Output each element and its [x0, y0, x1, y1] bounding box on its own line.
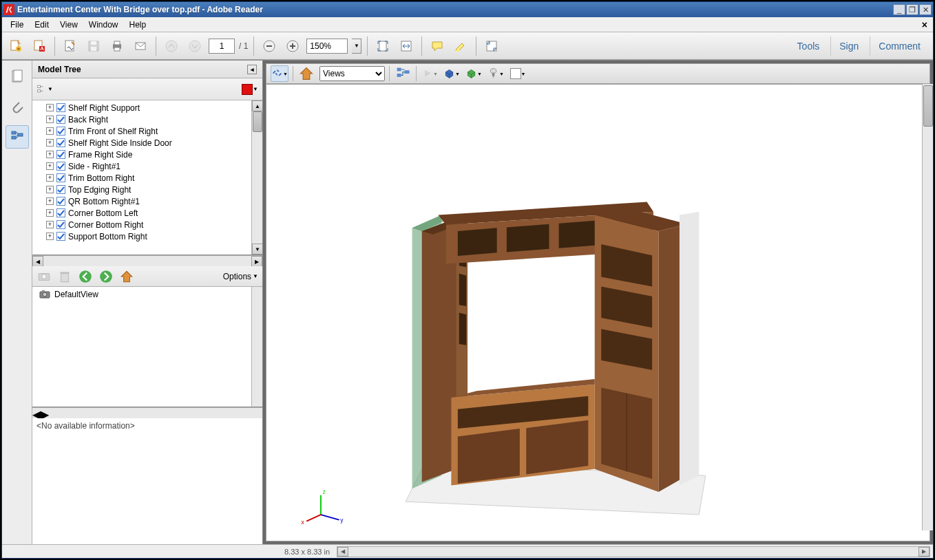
zoom-dropdown-icon[interactable]: ▼ — [352, 39, 361, 54]
views-vscrollbar[interactable] — [251, 287, 262, 407]
view-item-default[interactable]: DefaultView — [32, 287, 262, 302]
tree-display-icon[interactable]: ▼ — [36, 82, 53, 97]
panel-collapse-icon[interactable]: ◂ — [247, 65, 257, 74]
tree-item[interactable]: +Support Bottom Right — [32, 230, 262, 242]
sign-doc-icon[interactable] — [61, 36, 80, 56]
email-icon[interactable] — [131, 36, 150, 56]
menu-window[interactable]: Window — [83, 19, 124, 31]
expand-icon[interactable]: + — [46, 151, 54, 158]
expand-icon[interactable]: + — [46, 186, 54, 193]
part-tree-icon[interactable] — [394, 65, 412, 82]
expand-icon[interactable]: + — [46, 116, 54, 123]
checkbox-icon[interactable] — [56, 232, 65, 241]
page-number-input[interactable] — [209, 39, 235, 54]
tree-item[interactable]: +Trim Front of Shelf Right — [32, 125, 262, 137]
page-down-icon[interactable] — [185, 36, 204, 56]
zoom-out-icon[interactable] — [260, 36, 279, 56]
menu-edit[interactable]: Edit — [29, 19, 54, 31]
highlight-icon[interactable] — [451, 36, 470, 56]
checkbox-icon[interactable] — [56, 197, 65, 206]
fit-width-icon[interactable] — [397, 36, 416, 56]
3d-canvas[interactable]: x z y — [266, 84, 930, 541]
restore-button[interactable]: ❐ — [906, 4, 918, 15]
create-pdf-icon[interactable] — [30, 36, 49, 56]
highlight-color-swatch[interactable]: ▼ — [242, 82, 258, 97]
expand-icon[interactable]: + — [46, 104, 54, 111]
expand-icon[interactable]: + — [46, 221, 54, 228]
expand-icon[interactable]: + — [46, 139, 54, 147]
expand-icon[interactable]: + — [46, 162, 54, 170]
fit-page-icon[interactable] — [373, 36, 392, 56]
checkbox-icon[interactable] — [56, 115, 65, 124]
rotate-tool-icon[interactable]: ▼ — [271, 65, 288, 82]
checkbox-icon[interactable] — [56, 127, 65, 136]
checkbox-icon[interactable] — [56, 150, 65, 159]
minimize-button[interactable]: _ — [893, 4, 905, 15]
tools-button[interactable]: Tools — [789, 36, 828, 56]
home-view-icon[interactable] — [297, 65, 315, 82]
tree-item[interactable]: +Shelf Right Support — [32, 102, 262, 114]
view-delete-icon[interactable] — [57, 269, 72, 284]
play-icon[interactable]: ▼ — [421, 65, 439, 82]
scroll-up-icon[interactable]: ▲ — [252, 100, 262, 111]
scroll-left-icon[interactable]: ◀ — [32, 408, 41, 418]
views-list[interactable]: DefaultView — [32, 287, 262, 407]
expand-icon[interactable]: + — [46, 209, 54, 217]
tree-item[interactable]: +Trim Bottom Right — [32, 172, 262, 184]
view-camera-icon[interactable] — [36, 269, 52, 284]
background-color-icon[interactable]: ▼ — [509, 65, 527, 82]
scroll-right-icon[interactable]: ▶ — [41, 408, 49, 418]
expand-icon[interactable]: + — [46, 127, 54, 135]
render-mode-icon[interactable]: ▼ — [465, 65, 483, 82]
checkbox-icon[interactable] — [56, 185, 65, 194]
tree-item[interactable]: +Back Right — [32, 114, 262, 125]
menu-file[interactable]: File — [5, 19, 29, 31]
export-pdf-icon[interactable] — [6, 36, 25, 56]
menu-help[interactable]: Help — [124, 19, 152, 31]
scroll-left-icon[interactable]: ◀ — [337, 547, 348, 557]
sign-button[interactable]: Sign — [830, 36, 867, 56]
checkbox-icon[interactable] — [56, 173, 65, 182]
scroll-right-icon[interactable]: ▶ — [251, 256, 262, 267]
viewer-vscrollbar[interactable] — [922, 84, 933, 530]
view-home-icon[interactable] — [119, 269, 134, 284]
tree-hscrollbar[interactable]: ◀ ▶ — [32, 255, 262, 266]
view-prev-icon[interactable] — [78, 269, 93, 284]
tree-area[interactable]: +Shelf Right Support+Back Right+Trim Fro… — [32, 100, 262, 255]
scroll-thumb[interactable] — [253, 111, 262, 132]
statusbar-hscrollbar[interactable]: ◀ ▶ — [337, 546, 930, 557]
scroll-left-icon[interactable]: ◀ — [32, 256, 43, 267]
tree-item[interactable]: +Top Edging Right — [32, 184, 262, 195]
part-options-icon[interactable]: ▼ — [443, 65, 461, 82]
tree-item[interactable]: +QR Bottom Right#1 — [32, 195, 262, 207]
comment-button[interactable]: Comment — [870, 36, 929, 56]
view-next-icon[interactable] — [98, 269, 114, 284]
checkbox-icon[interactable] — [56, 138, 65, 147]
views-hscrollbar[interactable]: ◀▶ — [32, 407, 262, 418]
checkbox-icon[interactable] — [56, 208, 65, 217]
tree-item[interactable]: +Frame Right Side — [32, 149, 262, 160]
thumbnails-icon[interactable] — [6, 65, 29, 88]
expand-icon[interactable]: + — [46, 233, 54, 240]
page-up-icon[interactable] — [162, 36, 181, 56]
menu-view[interactable]: View — [54, 19, 83, 31]
close-button[interactable]: ✕ — [919, 4, 932, 15]
views-options-button[interactable]: Options▼ — [223, 272, 258, 281]
scroll-right-icon[interactable]: ▶ — [918, 547, 929, 557]
views-dropdown[interactable]: Views — [319, 66, 385, 81]
tree-item[interactable]: +Shelf Right Side Inside Door — [32, 137, 262, 149]
save-icon[interactable] — [84, 36, 103, 56]
tree-item[interactable]: +Corner Bottom Right — [32, 219, 262, 230]
tree-item[interactable]: +Corner Bottom Left — [32, 207, 262, 219]
tree-item[interactable]: +Side - Right#1 — [32, 160, 262, 172]
checkbox-icon[interactable] — [56, 220, 65, 229]
print-icon[interactable] — [107, 36, 127, 56]
scroll-down-icon[interactable]: ▼ — [252, 244, 262, 255]
expand-icon[interactable]: + — [46, 197, 54, 205]
lighting-icon[interactable]: ▼ — [487, 65, 505, 82]
close-doc-icon[interactable]: × — [919, 19, 930, 30]
comment-bubble-icon[interactable] — [428, 36, 447, 56]
zoom-level[interactable]: 150% — [306, 39, 348, 54]
attachments-icon[interactable] — [6, 95, 29, 118]
checkbox-icon[interactable] — [56, 162, 65, 171]
